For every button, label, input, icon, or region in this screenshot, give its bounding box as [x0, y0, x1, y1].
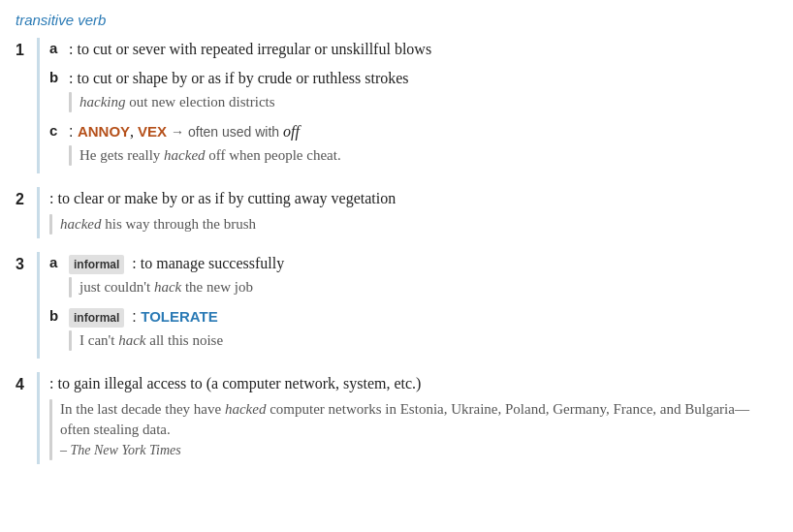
sense-3b-letter: b: [49, 305, 69, 355]
sense-1b-letter: b: [49, 67, 69, 116]
sense-3b-informal-badge: informal: [69, 308, 124, 328]
sense-1c-def: : ANNOY, VEX → often used with off: [69, 120, 777, 143]
sense-1b-example-italic: hacking: [79, 94, 125, 110]
sense-1c-letter: c: [49, 120, 69, 170]
sense-3-num: 3: [16, 252, 37, 359]
sense-1b-content: : to cut or shape by or as if by crude o…: [69, 67, 777, 116]
sense-1a: a : to cut or sever with repeated irregu…: [49, 38, 777, 63]
sense-3b-example: I can't hack all this noise: [69, 330, 777, 351]
sense-4-def-text: : to gain illegal access to (a computer …: [49, 375, 421, 391]
sense-3a-letter: a: [49, 252, 69, 301]
sense-1c-example: He gets really hacked off when people ch…: [69, 145, 777, 166]
vex-link[interactable]: VEX: [138, 123, 167, 140]
sense-3a-example-bar: [69, 277, 72, 297]
sense-1a-content: : to cut or sever with repeated irregula…: [69, 38, 777, 63]
sense-1c-comma: ,: [130, 123, 138, 140]
sense-1c: c : ANNOY, VEX → often used with off He …: [49, 120, 777, 170]
sense-1b-example-bar: [69, 92, 72, 112]
annoy-link[interactable]: ANNOY: [78, 123, 130, 140]
sense-3a-informal-badge: informal: [69, 255, 124, 274]
sense-4-example-bar: [49, 399, 52, 460]
pos-label: transitive verb: [16, 12, 777, 28]
sense-4-example-text: In the last decade they have hacked comp…: [60, 399, 777, 460]
sense-3a-def-text: : to manage successfully: [132, 255, 284, 271]
sense-4-attribution: – The New York Times: [60, 443, 181, 457]
sense-3: 3 a informal : to manage successfully ju…: [16, 252, 777, 359]
sense-2: 2 : to clear or make by or as if by cutt…: [16, 187, 777, 238]
sense-1a-def: : to cut or sever with repeated irregula…: [69, 38, 777, 61]
sense-4-content: : to gain illegal access to (a computer …: [37, 372, 777, 464]
sense-3a-example: just couldn't hack the new job: [69, 277, 777, 297]
sense-1b-example: hacking out new election districts: [69, 92, 777, 112]
sense-3-content: a informal : to manage successfully just…: [37, 252, 777, 359]
sense-4: 4 : to gain illegal access to (a compute…: [16, 372, 777, 464]
sense-1b: b : to cut or shape by or as if by crude…: [49, 67, 777, 116]
sense-2-example-bar: [49, 214, 52, 235]
sense-2-content: : to clear or make by or as if by cuttin…: [37, 187, 777, 238]
sense-2-example: hacked his way through the brush: [49, 214, 777, 235]
sense-3a-def: informal : to manage successfully: [69, 252, 777, 275]
sense-1-content: a : to cut or sever with repeated irregu…: [37, 38, 777, 173]
sense-2-num: 2: [16, 187, 37, 238]
sense-1a-letter: a: [49, 38, 69, 63]
sense-1a-def-text: : to cut or sever with repeated irregula…: [69, 41, 431, 57]
sense-3a-example-italic: hack: [154, 279, 181, 295]
sense-3a-content: informal : to manage successfully just c…: [69, 252, 777, 301]
sense-2-def-text: : to clear or make by or as if by cuttin…: [49, 190, 396, 206]
sense-4-num: 4: [16, 372, 37, 464]
sense-4-example: In the last decade they have hacked comp…: [49, 399, 777, 460]
sense-3b-example-italic: hack: [118, 332, 145, 348]
sense-3b-example-bar: [69, 330, 72, 351]
sense-4-def: : to gain illegal access to (a computer …: [49, 372, 777, 395]
sense-3b-def: informal : TOLERATE: [69, 305, 777, 329]
sense-1c-colon: :: [69, 123, 78, 140]
sense-1c-arrow: → often used with: [171, 124, 283, 140]
sense-3b-colon: :: [132, 308, 141, 325]
sense-3b: b informal : TOLERATE I can't hack all t…: [49, 305, 777, 355]
sense-1c-off: off: [283, 123, 300, 140]
sense-4-example-italic: hacked: [225, 401, 266, 417]
sense-1b-def-text: : to cut or shape by or as if by crude o…: [69, 70, 409, 86]
sense-2-example-italic: hacked: [60, 216, 101, 232]
sense-1b-def: : to cut or shape by or as if by crude o…: [69, 67, 777, 90]
sense-3b-content: informal : TOLERATE I can't hack all thi…: [69, 305, 777, 355]
sense-1c-example-text: He gets really hacked off when people ch…: [79, 145, 341, 166]
sense-1-num: 1: [16, 38, 37, 173]
tolerate-link[interactable]: TOLERATE: [141, 308, 217, 325]
sense-1b-example-text: hacking out new election districts: [79, 92, 275, 112]
sense-2-def: : to clear or make by or as if by cuttin…: [49, 187, 777, 210]
sense-1c-example-bar: [69, 145, 72, 166]
sense-3b-example-text: I can't hack all this noise: [79, 330, 223, 351]
sense-1c-content: : ANNOY, VEX → often used with off He ge…: [69, 120, 777, 170]
sense-2-example-text: hacked his way through the brush: [60, 214, 256, 235]
sense-3a: a informal : to manage successfully just…: [49, 252, 777, 301]
sense-1c-example-italic: hacked: [164, 147, 205, 163]
sense-1: 1 a : to cut or sever with repeated irre…: [16, 38, 777, 173]
sense-3a-example-text: just couldn't hack the new job: [79, 277, 253, 297]
